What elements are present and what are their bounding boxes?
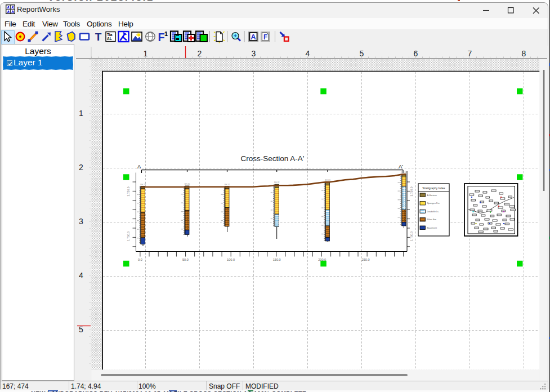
- svg-text:150.0: 150.0: [273, 258, 281, 261]
- svg-text:4: 4: [79, 271, 83, 280]
- svg-text:0.0: 0.0: [138, 258, 142, 261]
- svg-text:A-Horizon: A-Horizon: [427, 194, 437, 197]
- svg-text:T: T: [95, 31, 102, 43]
- svg-text:100.0: 100.0: [227, 258, 235, 261]
- svg-text:BH-32: BH-32: [274, 181, 280, 184]
- svg-text:1,700.0: 1,700.0: [127, 231, 130, 241]
- svg-text:Tia: Tia: [107, 33, 113, 37]
- svg-text:A: A: [251, 33, 256, 41]
- svg-text:5: 5: [79, 325, 83, 334]
- svg-text:BH-30: BH-30: [185, 183, 190, 185]
- svg-text:BH-31: BH-31: [225, 184, 230, 186]
- svg-text:BH-29: BH-29: [140, 184, 146, 186]
- svg-text:Stratigraphy Index: Stratigraphy Index: [422, 186, 445, 190]
- svg-text:50.0: 50.0: [182, 258, 189, 261]
- svg-text:1: 1: [164, 30, 168, 37]
- svg-text:1: 1: [79, 109, 83, 118]
- svg-text:2: 2: [79, 163, 83, 172]
- svg-text:A': A': [399, 163, 403, 170]
- svg-text:BH-34: BH-34: [401, 171, 407, 173]
- svg-text:F: F: [158, 31, 165, 43]
- svg-text:F: F: [263, 33, 267, 41]
- svg-text:Pikes Fm.: Pikes Fm.: [427, 218, 437, 221]
- svg-text:A: A: [137, 163, 141, 170]
- svg-text:Basement: Basement: [427, 226, 437, 229]
- svg-text:1,750.0: 1,750.0: [410, 186, 413, 196]
- svg-text:AL: AL: [107, 37, 112, 41]
- svg-text:Cross-Section A-A': Cross-Section A-A': [241, 154, 305, 163]
- svg-text:3: 3: [79, 217, 83, 226]
- svg-text:1,700.0: 1,700.0: [410, 231, 413, 241]
- svg-text:Sponges Fm.: Sponges Fm.: [427, 202, 440, 204]
- svg-text:BH-33: BH-33: [325, 179, 330, 181]
- svg-text:Leadville Ls.: Leadville Ls.: [427, 210, 440, 213]
- svg-text:200.0: 200.0: [318, 258, 326, 261]
- svg-text:250.0: 250.0: [362, 258, 370, 261]
- svg-text:1,750.0: 1,750.0: [127, 186, 130, 196]
